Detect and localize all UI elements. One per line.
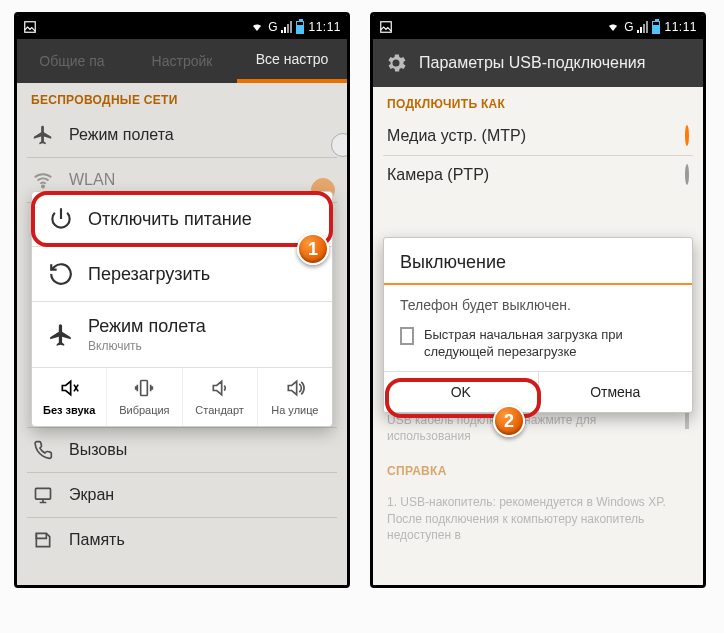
svg-rect-0 [25,22,36,33]
section-connect-as: ПОДКЛЮЧИТЬ КАК [373,87,703,117]
svg-rect-4 [381,22,392,33]
sound-outdoor[interactable]: На улице [257,368,332,426]
battery-icon [652,21,660,34]
sound-silent[interactable]: Без звука [32,368,106,426]
dialog-fastboot-row[interactable]: Быстрая начальная загрузка при следующей… [384,321,692,371]
sound-vibrate[interactable]: Вибрация [106,368,181,426]
mtp-label: Медиа устр. (MTP) [387,127,526,145]
power-off-label: Отключить питание [88,209,252,230]
signal-icon [637,21,648,33]
wifi-icon [250,21,264,33]
airplane-mode-button[interactable]: Режим полета Включить [32,302,332,367]
ptp-label: Камера (PTP) [387,166,489,184]
usb-internet-sublabel: USB кабель подключен, нажмите для исполь… [387,412,671,444]
reboot-label: Перезагрузить [88,264,210,285]
sound-standard[interactable]: Стандарт [182,368,257,426]
page-header: Параметры USB-подключения [373,39,703,87]
row-ptp[interactable]: Камера (PTP) [373,156,703,194]
statusbar: G 11:11 [17,15,347,39]
statusbar: G 11:11 [373,15,703,39]
power-off-button[interactable]: Отключить питание [32,192,332,246]
standard-icon [209,378,231,398]
dialog-title: Выключение [384,238,692,285]
wifi-icon [606,21,620,33]
svg-rect-3 [141,381,148,396]
clock: 11:11 [664,20,697,34]
shutdown-dialog: Выключение Телефон будет выключен. Быстр… [383,237,693,413]
ptp-radio[interactable] [685,164,689,185]
sound-mode-row: Без звука Вибрация Стандарт На улице [32,368,332,426]
outdoor-icon [284,378,306,398]
airplane-mode-label: Режим полета [88,316,206,337]
section-help: СПРАВКА [373,454,703,484]
phone-right: G 11:11 Параметры USB-подключения ПОДКЛЮ… [370,12,706,588]
help-text: 1. USB-накопитель: рекомендуется в Windo… [387,494,689,543]
network-label: G [624,20,633,34]
power-menu: Отключить питание Перезагрузить Режим по… [31,191,333,427]
reboot-icon [48,261,74,287]
dialog-buttons: OK Отмена [384,371,692,412]
signal-icon [281,21,292,33]
cancel-button[interactable]: Отмена [538,372,693,412]
marker-2: 2 [493,405,525,437]
gear-icon [383,50,409,76]
power-icon [48,206,74,232]
battery-icon [296,21,304,34]
marker-1: 1 [297,233,329,265]
reboot-button[interactable]: Перезагрузить [32,247,332,301]
silent-icon [58,378,80,398]
vibrate-icon [133,378,155,398]
dialog-message: Телефон будет выключен. [384,285,692,321]
page-title: Параметры USB-подключения [419,54,645,72]
fastboot-label: Быстрая начальная загрузка при следующей… [424,327,676,361]
fastboot-checkbox[interactable] [400,327,414,345]
network-label: G [268,20,277,34]
airplane-icon [48,322,74,348]
phone-left: G 11:11 Общие па Настройк Все настро БЕС… [14,12,350,588]
mtp-radio[interactable] [685,125,689,146]
airplane-mode-sublabel: Включить [88,339,206,353]
picture-icon [23,20,37,34]
clock: 11:11 [308,20,341,34]
row-mtp[interactable]: Медиа устр. (MTP) [373,117,703,155]
picture-icon [379,20,393,34]
